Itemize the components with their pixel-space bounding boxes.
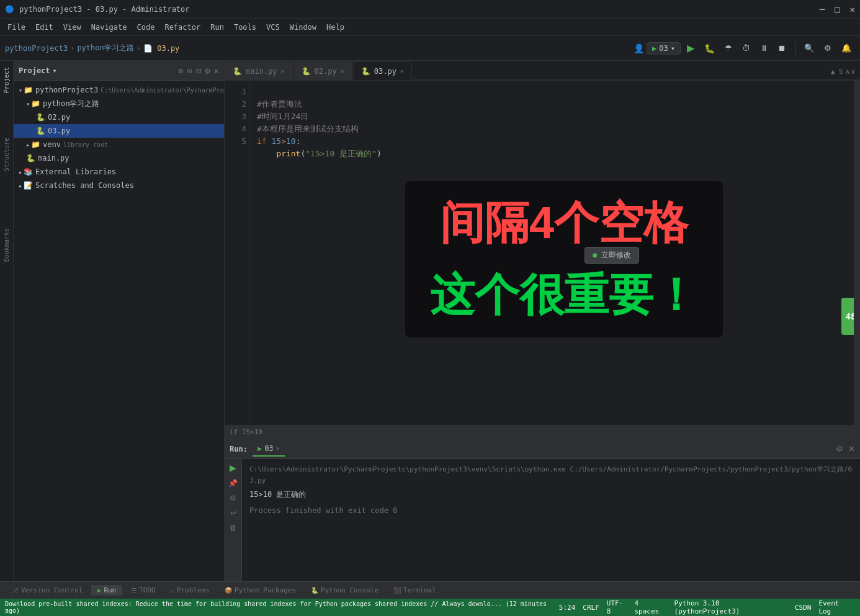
menu-view[interactable]: View [58,22,86,33]
vtab-bookmarks[interactable]: Bookmarks [2,225,11,266]
project-breadcrumb: pythonProject3 › python学习之路 › 📄 03.py [5,43,179,53]
debug-button[interactable]: 🐛 [701,41,719,56]
bottom-tab-todo[interactable]: ☰ TODO [125,585,162,596]
run-tab-close[interactable]: ✕ [276,445,280,452]
tab-03py[interactable]: 🐍 03.py ✕ [353,61,412,80]
run-settings-button[interactable]: ⚙ [836,444,843,453]
tree-item-external-libs[interactable]: ▸ 📚 External Libraries [14,165,224,179]
left-sidebar-tabs: Project Structure Bookmarks [0,61,14,581]
app-icon: 🔵 [5,5,14,14]
menu-navigate[interactable]: Navigate [86,22,132,33]
tree-item-mainpy[interactable]: 🐍 main.py [14,151,224,165]
project-settings-icon[interactable]: ⚙ [205,66,210,76]
tab-close-icon[interactable]: ✕ [281,68,285,74]
tree-item-03py[interactable]: 🐍 03.py [14,124,224,138]
project-header-actions: ⊕ ⊙ ⊟ ⚙ ✕ [178,66,219,76]
tab-close-icon[interactable]: ✕ [400,68,404,74]
scroll-to-file-icon[interactable]: ⊙ [187,66,192,76]
file-name-label[interactable]: 📄 03.py [143,44,179,53]
run-config-selector[interactable]: ▶ 03 ▾ [647,42,681,55]
run-clear-button[interactable]: 🗑 [228,522,238,533]
menu-vcs[interactable]: VCS [261,22,285,33]
tree-item-scratches[interactable]: ▸ 📝 Scratches and Consoles [14,179,224,192]
bottom-tab-python-packages[interactable]: 📦 Python Packages [218,585,302,596]
run-button[interactable]: ▶ [683,40,698,56]
run-again-button[interactable]: ▶ [228,462,238,474]
project-dropdown-icon[interactable]: ▾ [53,66,57,75]
bottom-tab-run[interactable]: ▶ Run [91,585,122,596]
tree-item-label: Scratches and Consoles [35,181,134,190]
editor-scrollbar[interactable] [854,81,860,425]
tree-item-root[interactable]: ▾ 📁 pythonProject3 C:\Users\Administrato… [14,83,224,97]
collapse-all-icon[interactable]: ⊟ [196,66,201,76]
project-name-label[interactable]: pythonProject3 [5,44,68,53]
notifications-button[interactable]: 🔔 [838,41,855,55]
folder-name-label[interactable]: python学习之路 [77,43,133,53]
profile-button[interactable]: ⏱ [738,41,754,55]
line-num-3: 3 [227,110,246,123]
py-icon: 🐍 [36,127,45,135]
tab-close-icon[interactable]: ✕ [341,68,344,74]
coverage-button[interactable]: ☂ [721,41,736,55]
menu-code[interactable]: Code [132,22,160,33]
tab-02py[interactable]: 🐍 02.py ✕ [293,61,352,80]
stop-button[interactable]: ⏹ [774,41,790,55]
vtab-project[interactable]: Project [2,63,11,97]
menu-file[interactable]: File [2,22,30,33]
menu-window[interactable]: Window [285,22,321,33]
run-filter-button[interactable]: ⚙ [228,493,238,504]
status-msg: Download pre-built shared indexes: Reduc… [5,600,559,614]
menu-help[interactable]: Help [321,22,349,33]
status-spaces[interactable]: 4 spaces [634,599,666,615]
search-everywhere-button[interactable]: 🔍 [800,41,818,55]
code-editor[interactable]: #作者贾海法 #时间1月24日 #本程序是用来测试分支结构 if 15>10: … [249,81,860,425]
tooltip-dot: ● [593,251,597,259]
code-tooltip[interactable]: ● 立即修改 [585,247,639,264]
tooltip-text: 立即修改 [601,251,631,259]
minimize-button[interactable]: ─ [820,4,825,14]
bottom-tab-terminal[interactable]: ⬛ Terminal [387,585,442,596]
tree-item-02py[interactable]: 🐍 02.py [14,110,224,124]
run-wrap-button[interactable]: ↩ [229,507,238,519]
menu-run[interactable]: Run [205,22,229,33]
run-close-button[interactable]: ✕ [848,444,855,453]
terminal-icon: ⬛ [393,587,401,594]
tab-icon: 🐍 [302,67,311,76]
bottom-tab-problems[interactable]: ⚠ Problems [164,585,216,596]
title-text: pythonProject3 - 03.py - Administrator [19,5,190,14]
status-encoding[interactable]: UTF-8 [607,599,627,615]
pause-button[interactable]: ⏸ [756,41,772,55]
project-panel-header: Project ▾ ⊕ ⊙ ⊟ ⚙ ✕ [14,61,224,81]
bottom-tab-todo-label: TODO [139,586,156,594]
status-csdn[interactable]: CSDN [795,604,812,612]
packages-icon: 📦 [225,587,232,594]
vtab-structure[interactable]: Structure [2,134,11,175]
chevron-icon: ▾ [26,100,30,107]
run-pin-button[interactable]: 📌 [227,478,239,489]
bottom-tab-python-console[interactable]: 🐍 Python Console [305,585,385,596]
tree-item-label: 03.py [48,127,70,135]
settings-button[interactable]: ⚙ [820,41,835,55]
nav-up-icon[interactable]: ∧ [846,68,850,76]
tree-item-venv[interactable]: ▸ 📁 venv library root [14,138,224,151]
close-panel-icon[interactable]: ✕ [214,66,219,76]
tab-mainpy[interactable]: 🐍 main.py ✕ [225,61,293,80]
status-bar-left: Download pre-built shared indexes: Reduc… [5,600,559,614]
run-tab-label: 03 [264,444,273,453]
status-event-log[interactable]: Event Log [818,599,855,615]
status-python-version[interactable]: Python 3.10 (pythonProject3) [674,599,787,615]
menu-edit[interactable]: Edit [30,22,58,33]
chevron-icon: ▾ [19,87,22,94]
close-button[interactable]: ✕ [850,4,855,14]
bottom-tab-version-control[interactable]: ⎇ Version Control [5,585,89,596]
run-label: Run: [230,445,248,453]
status-crlf[interactable]: CRLF [583,604,599,612]
add-file-icon[interactable]: ⊕ [178,66,183,76]
run-tab-03[interactable]: ▶ 03 ✕ [253,442,285,457]
status-position[interactable]: 5:24 [559,604,576,612]
maximize-button[interactable]: □ [835,4,840,14]
nav-down-icon[interactable]: ∨ [851,68,855,76]
tree-item-folder-learning[interactable]: ▾ 📁 python学习之路 [14,97,224,110]
menu-refactor[interactable]: Refactor [159,22,205,33]
menu-tools[interactable]: Tools [229,22,261,33]
